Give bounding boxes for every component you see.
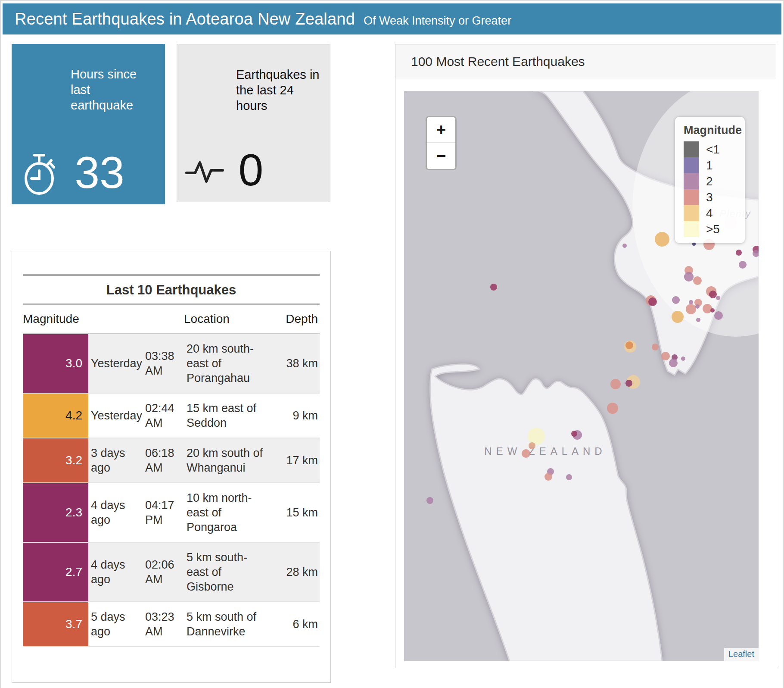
country-label: NEW ZEALAND: [484, 445, 606, 457]
magnitude-cell: 3.7: [23, 602, 88, 646]
earthquake-marker[interactable]: [696, 318, 700, 322]
zoom-in-button[interactable]: +: [427, 117, 455, 143]
map-zoom-control: + −: [426, 116, 457, 170]
earthquake-marker[interactable]: [672, 296, 680, 304]
depth-cell: 38 km: [274, 349, 320, 378]
leaflet-link[interactable]: Leaflet: [728, 649, 754, 659]
stat-label: Earthquakes in the last 24 hours: [236, 67, 320, 113]
when-cell: Yesterday: [88, 401, 143, 430]
when-cell: 4 days ago: [88, 491, 143, 535]
earthquake-row: 3.23 days ago06:18 AM20 km south of Whan…: [23, 438, 320, 483]
when-cell: Yesterday: [88, 349, 143, 378]
earthquake-marker[interactable]: [490, 284, 497, 291]
when-cell: 4 days ago: [88, 550, 143, 594]
dashboard-page: Recent Earthquakes in Aotearoa New Zeala…: [0, 0, 784, 688]
magnitude-legend: Magnitude <11234>5: [675, 117, 745, 243]
location-cell: 5 km south-east of Gisborne: [184, 543, 274, 601]
when-cell: 3 days ago: [88, 438, 143, 482]
time-cell: 06:18 AM: [143, 438, 184, 482]
earthquake-marker[interactable]: [607, 403, 618, 414]
earthquake-marker[interactable]: [625, 341, 633, 349]
map-card: 100 Most Recent Earthquakes Bay of Plent…: [395, 44, 776, 668]
table-header-row: Magnitude Location Depth: [23, 305, 320, 333]
earthquake-marker[interactable]: [739, 261, 747, 269]
legend-label: 1: [706, 159, 713, 172]
location-cell: 15 km east of Seddon: [184, 394, 274, 438]
earthquake-marker[interactable]: [714, 311, 723, 320]
earthquake-marker[interactable]: [736, 250, 742, 256]
earthquake-row: 3.75 days ago03:23 AM5 km south of Danne…: [23, 602, 320, 647]
legend-item: 4: [684, 205, 745, 221]
legend-label: 3: [706, 191, 713, 204]
page-subtitle: Of Weak Intensity or Greater: [364, 14, 511, 28]
earthquake-marker[interactable]: [684, 272, 694, 281]
earthquake-marker[interactable]: [426, 497, 433, 504]
earthquake-marker[interactable]: [610, 379, 621, 389]
legend-swatch: [684, 205, 699, 221]
time-cell: 02:06 AM: [143, 550, 184, 594]
earthquake-marker[interactable]: [528, 428, 545, 445]
magnitude-cell: 2.3: [23, 483, 88, 542]
earthquake-marker[interactable]: [689, 300, 693, 304]
depth-cell: 17 km: [274, 446, 320, 475]
app-header: Recent Earthquakes in Aotearoa New Zeala…: [3, 3, 781, 34]
legend-items: <11234>5: [684, 141, 745, 237]
earthquake-marker[interactable]: [695, 304, 700, 309]
stat-value-last-24h: 0: [174, 147, 327, 192]
earthquake-marker[interactable]: [529, 442, 535, 449]
earthquake-row: 2.74 days ago02:06 AM5 km south-east of …: [23, 543, 320, 602]
earthquake-marker[interactable]: [681, 357, 685, 361]
legend-item: >5: [684, 221, 745, 237]
magnitude-cell: 4.2: [23, 394, 88, 438]
earthquake-marker[interactable]: [693, 276, 702, 285]
earthquake-marker[interactable]: [652, 344, 659, 350]
legend-swatch: [684, 189, 699, 205]
location-cell: 5 km south of Dannevirke: [184, 602, 274, 646]
earthquake-marker[interactable]: [625, 380, 632, 387]
legend-title: Magnitude: [684, 124, 745, 137]
earthquake-map[interactable]: Bay of Plenty NEW ZEALAND + − Magnitude …: [404, 91, 759, 661]
location-cell: 20 km south-east of Porangahau: [184, 334, 274, 393]
table-title: Last 10 Earthquakes: [23, 276, 320, 303]
column-header-location: Location: [184, 312, 274, 326]
earthquake-marker[interactable]: [544, 473, 552, 481]
earthquake-marker[interactable]: [622, 244, 627, 248]
earthquake-marker[interactable]: [709, 291, 717, 298]
earthquake-marker[interactable]: [571, 431, 577, 437]
depth-cell: 9 km: [274, 401, 320, 430]
time-cell: 04:17 PM: [143, 491, 184, 535]
time-cell: 03:38 AM: [143, 341, 184, 385]
legend-swatch: [684, 221, 699, 237]
time-cell: 03:23 AM: [143, 602, 184, 646]
earthquake-marker[interactable]: [661, 352, 670, 360]
depth-cell: 28 km: [274, 557, 320, 587]
zoom-out-button[interactable]: −: [427, 143, 455, 169]
earthquake-row: 3.0Yesterday03:38 AM20 km south-east of …: [23, 334, 320, 394]
earthquake-marker[interactable]: [522, 449, 530, 458]
legend-swatch: [684, 173, 699, 189]
earthquake-marker[interactable]: [669, 359, 678, 367]
magnitude-cell: 3.0: [23, 334, 88, 393]
depth-cell: 6 km: [274, 610, 320, 639]
legend-swatch: [684, 157, 699, 173]
when-cell: 5 days ago: [88, 602, 143, 646]
legend-item: <1: [684, 141, 745, 157]
legend-swatch: [684, 141, 699, 157]
earthquake-marker[interactable]: [686, 304, 696, 314]
earthquake-marker[interactable]: [566, 474, 572, 480]
stat-value-hours-since: 33: [23, 150, 176, 195]
earthquake-marker[interactable]: [648, 297, 657, 306]
earthquake-marker[interactable]: [655, 232, 669, 247]
earthquake-table-card: Last 10 Earthquakes Magnitude Location D…: [12, 251, 331, 683]
legend-item: 1: [684, 157, 745, 173]
earthquake-marker[interactable]: [716, 296, 720, 300]
location-cell: 20 km south of Whanganui: [184, 438, 274, 482]
earthquake-marker[interactable]: [703, 304, 712, 313]
earthquake-marker[interactable]: [672, 311, 684, 323]
legend-item: 3: [684, 189, 745, 205]
map-attribution: Leaflet: [724, 648, 759, 661]
magnitude-cell: 2.7: [23, 543, 88, 601]
earthquake-row: 4.2Yesterday02:44 AM15 km east of Seddon…: [23, 394, 320, 438]
south-island-shape: [430, 364, 662, 661]
earthquake-marker[interactable]: [710, 308, 715, 313]
